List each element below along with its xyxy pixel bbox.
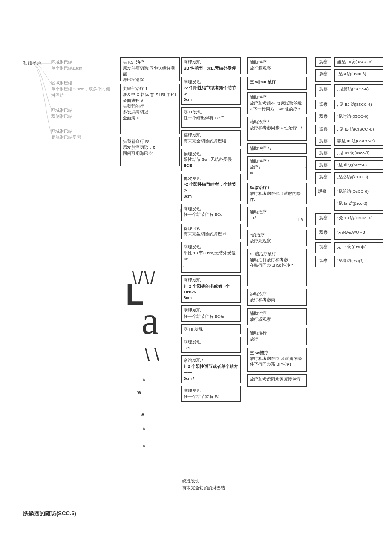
box-line: 病理发现 [184, 339, 238, 345]
region-item: 区域淋巴结 单个淋巴结＞3cm，或多个同侧淋巴结 [51, 80, 111, 99]
region-desc: 双侧淋巴结 [51, 113, 111, 119]
box-line: 放行或观察 [250, 317, 304, 323]
box-line: 3cm [184, 193, 238, 199]
deco-glyph: Γ// [298, 218, 303, 222]
box-line: 阳性结节·3cm,无结外受侵 [184, 157, 238, 163]
observe-box: 观察 [315, 137, 331, 146]
box-line: 在赔行同步 JRSt 性冷 * [250, 262, 304, 268]
finding-box: 福理发现有未完全切除的脾巴结 [181, 130, 241, 146]
box-line: 放打罪观察 [250, 65, 304, 71]
adjuvant-box: 辅助治疗 TT/ [247, 207, 307, 227]
box-line: 头我部的行 [123, 103, 177, 109]
box-line: 头 KSI 治疗 [123, 59, 177, 65]
observe-box: 观察 [315, 57, 331, 67]
box-line: 三 WI諮疗 [250, 350, 304, 356]
box-line: 原发肿瘤切除:同包送缘住我部 [123, 65, 177, 77]
adjuvant-box: 辅助治疗 / / [247, 143, 307, 154]
box-line: 辅助治疗 [250, 209, 304, 215]
reference-box: , 见第访(OsCc-6) [334, 84, 383, 97]
box-line: 任一个结出伴有 EC∈ [184, 115, 238, 121]
box-line: 阳性 18 节£3cm,无结外受侵 [184, 250, 238, 256]
finding-box: 物理发现阳性结节·3cm,无结外受侵ECE [181, 149, 241, 171]
observe-box: 观察 [315, 84, 331, 97]
deco-glyph: \\ [143, 427, 145, 431]
loose-line: 有未完全切的的淋巴结 [182, 485, 225, 491]
reference-box: , 见 81 访(αscc-β) [334, 148, 383, 158]
box-line: 同例可期海巴空 [123, 151, 177, 157]
deco-letter-a: a [141, 299, 159, 343]
deco-letter-l: L [126, 277, 144, 311]
box-line: »2 个阳性结节畦者，个结节＞ [184, 181, 238, 193]
box-line: 放疗和考虑同步,4 性治疗—/ [250, 125, 304, 131]
region-desc: 单个淋巴结≤3cm [51, 65, 111, 71]
observe-box: 双察 [315, 112, 331, 122]
adjuvant-box: 三 WI諮疗放疗和考虑在臣 及试題的条件下行同步系 BI 性冷! [247, 348, 307, 372]
box-line: 病理发现 [184, 244, 238, 250]
reference-box: "xn%AioWU→J [334, 228, 383, 240]
region-item: 区域淋巴结 双侧淋巴结 [51, 107, 111, 119]
box-line: 痛理发现 [184, 59, 238, 65]
finding-box: 痛理发现SB 性第节 · 3cE.无结外受侵 [181, 57, 241, 74]
deco-glyph: \\ [143, 444, 145, 448]
region-title: 区域淋巴结 [51, 107, 111, 113]
box-line: 放疗和考虑在臣 及试題的条件下行同步系 BI 性冷! [250, 356, 304, 368]
adjuvant-box: 辅助治疗放打罪观察 [247, 57, 307, 74]
observe-box: 观察 [315, 100, 331, 109]
observe-box: 观察 [315, 172, 331, 184]
adjuvant-box: 5»啟治疗 /放疗和考虑在他《试敢的条件.— [247, 183, 307, 204]
box-line: SB 性第节 · 3cE.无结外受侵 [184, 65, 238, 71]
box-line: 辅助治疗 / [250, 158, 304, 164]
region-desc: 单个淋巴结＞3cm，或多个同侧淋巴结 [51, 86, 111, 99]
box-line: 全面海 H [123, 115, 177, 121]
deco-glyph: —"l [300, 166, 307, 171]
reference-box: , 见 IB 访(CISCC~β) [334, 125, 383, 134]
box-line: 备现《观 [184, 226, 238, 232]
box-line: ECE [184, 163, 238, 169]
box-line: SI 賠治疗放行 [250, 251, 304, 257]
box-line: 任一个结节伴有 ECe [184, 212, 238, 218]
finding-box: 病理发现ECE [181, 337, 241, 353]
reference-box: "见 Iii 访(oscc-6) [334, 160, 383, 170]
finding-box: 痛理发现》 2 个阳痛的书或者 · 个 1815＞3cm [181, 275, 241, 303]
adjuvant-box: 添助冷疗放行和考虑肉" . [247, 289, 307, 306]
box-line: 3cm / [184, 375, 238, 381]
loose-finding: 统理发现 有未完全切的的淋巴结 [182, 478, 225, 491]
observe-box: 观察 - [315, 187, 331, 196]
adjuvant-box: 放疗和考虑同步累皈慢治疗 [247, 374, 307, 387]
reference-box: 见 IB 访((BsCj6) [334, 242, 383, 253]
treatment-box: 头 KSI 治疗 原发肿瘤切除:同包送缘住我部 海巴纪清除 [120, 57, 180, 81]
adjuvant-box: SI 賠治疗放行辅助治行放疗和考虑在赔行同步 JRSt 性冷 * [247, 249, 307, 286]
box-line: 病理发现 [184, 308, 238, 314]
region-title: 区域淋巴结 [51, 80, 111, 86]
region-title: 区域淋巴结 [51, 128, 111, 134]
box-line: 物理发现 [184, 151, 238, 157]
box-line: 痛理发现 [184, 277, 238, 283]
box-line: 再次发现 [184, 176, 238, 182]
observe-box: 观察 [315, 213, 331, 225]
box-line: 有未完全切除的脾巴结 [184, 138, 238, 144]
reference-box: 善见 IB 法(GSCC-C) [334, 137, 383, 146]
box-line: 尖融部治疗 1 [123, 86, 177, 92]
box-line: 余谱发现 / [184, 357, 238, 363]
observe-box: 双察 [315, 228, 331, 240]
box-line: 痞 H 发现 [184, 109, 238, 115]
box-line: 放疗 / [250, 164, 304, 170]
observe-box: 观察 [315, 160, 331, 170]
box-line: «x [184, 256, 238, 262]
region-list: 区域淋巴结 单个淋巴结≤3cm 区域淋巴结 单个淋巴结＞3cm，或多个同侧淋巴结… [51, 59, 111, 149]
finding-box: 病理发现任一个结节皆有 E// [181, 386, 241, 402]
box-line: 辅助治行放疗和考虑 [250, 257, 304, 263]
observe-box: 观察 [315, 256, 331, 267]
reference-box: "见同访(αscc-β) [334, 69, 383, 82]
region-desc: 腮腺淋巴结受累 [51, 134, 111, 140]
treatment-box: 头我都命行 R\ 原发肿痛切除，S 同例可期海巴空 [120, 137, 180, 166]
box-line: 任一个结节皆有 E// [184, 394, 238, 400]
box-line: '"的治疗 [250, 232, 304, 238]
finding-box: 病理发现任一个结节伴有 EC∈ ——— [181, 305, 241, 322]
box-line: 放疗和考虑在他《试敢的条件.— [250, 191, 304, 203]
box-line: #/ [250, 170, 304, 176]
box-line: 海巴纪清除 [123, 77, 177, 83]
box-line: 任一个结节伴有 EC∈ ——— [184, 314, 238, 320]
box-line: 辅助治疗 [250, 59, 304, 65]
adjuvant-box: 辅助治疗 /放疗 / #/ [247, 156, 307, 180]
